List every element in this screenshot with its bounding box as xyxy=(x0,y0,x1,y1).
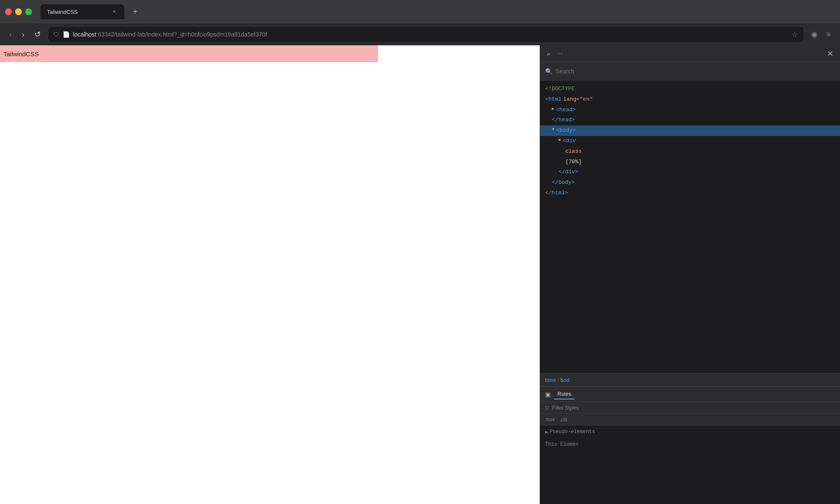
body-expand-arrow[interactable]: ▼ xyxy=(552,126,554,133)
class-value-70: [70%] xyxy=(565,158,582,167)
menu-button[interactable]: ≡ xyxy=(824,29,833,41)
active-tab[interactable]: TailwindCSS × xyxy=(40,4,124,19)
nav-bar: ‹ › ↺ 🛡 📄 localhost:63342/tailwind-lab/i… xyxy=(0,24,840,45)
page-pink-bar: TailwindCSS xyxy=(0,45,378,62)
dom-line-70: [70%] xyxy=(540,157,840,167)
dom-line-div[interactable]: ▶ <div xyxy=(540,136,840,146)
page-content: TailwindCSS xyxy=(0,45,540,504)
devtools-search-bar: 🔍 xyxy=(540,62,840,81)
rules-tab[interactable]: Rules xyxy=(554,389,575,400)
filter-icon: ▽ xyxy=(545,405,549,411)
bookmark-button[interactable]: ☆ xyxy=(791,30,798,39)
breadcrumb-html[interactable]: html xyxy=(545,377,556,383)
body-tag: <body> xyxy=(556,126,576,135)
back-button[interactable]: ‹ xyxy=(7,29,14,41)
forward-icon: › xyxy=(22,30,24,39)
search-icon: 🔍 xyxy=(545,68,552,75)
browser-chrome: TailwindCSS × + ‹ › ↺ 🛡 📄 localhost:6334… xyxy=(0,0,840,45)
dom-line-body[interactable]: ▼ <body> xyxy=(540,125,840,136)
page-title: TailwindCSS xyxy=(3,50,39,57)
reload-icon: ↺ xyxy=(34,30,41,39)
minimize-button[interactable] xyxy=(15,8,22,15)
expand-icon: » xyxy=(547,50,550,57)
tab-title: TailwindCSS xyxy=(47,9,78,15)
devtools-styles: ▣ Rules ▽ Filter Styles :hov .cls ▶ Pseu… xyxy=(540,386,840,504)
styles-pseudo-bar: :hov .cls xyxy=(540,414,840,426)
search-input[interactable] xyxy=(556,68,835,75)
head-close-tag: </head> xyxy=(552,116,575,125)
breadcrumb-body[interactable]: bod xyxy=(560,377,570,383)
pseudo-expand-arrow: ▶ xyxy=(545,429,548,435)
close-button[interactable] xyxy=(5,8,12,15)
new-tab-button[interactable]: + xyxy=(129,5,141,18)
dom-line-doctype: <!DOCTYPE xyxy=(540,84,840,94)
reload-button[interactable]: ↺ xyxy=(32,28,43,41)
address-path: :63342/tailwind-lab/index.html?_ijt=h0nf… xyxy=(96,31,267,38)
address-host: localhost xyxy=(73,31,96,38)
forward-button[interactable]: › xyxy=(19,29,27,41)
address-text: localhost:63342/tailwind-lab/index.html?… xyxy=(73,31,788,38)
head-tag: <head> xyxy=(556,106,576,115)
html-close-tag: </html> xyxy=(545,189,568,198)
lang-value: "en" xyxy=(580,95,593,104)
pseudo-elements-section: ▶ Pseudo-elements xyxy=(540,426,840,438)
maximize-button[interactable] xyxy=(25,8,32,15)
styles-filter-bar: ▽ Filter Styles xyxy=(540,402,840,414)
more-icon: ··· xyxy=(557,50,562,57)
styles-panel-icon: ▣ xyxy=(545,391,551,398)
nav-right-icons: ◉ ≡ xyxy=(808,28,833,41)
devtools-panel: » ··· ✕ 🔍 <!DOCTYPE <html lang="en" xyxy=(540,45,840,504)
dom-line-head[interactable]: ▶ <head> xyxy=(540,105,840,115)
head-expand-arrow[interactable]: ▶ xyxy=(552,106,554,112)
this-element-label: This Elemen xyxy=(545,441,578,447)
html-tag: <html xyxy=(545,95,562,104)
dom-line-div-close: </div> xyxy=(540,167,840,178)
profile-button[interactable]: ◉ xyxy=(808,28,820,41)
content-area: TailwindCSS » ··· ✕ 🔍 <!DOCTYPE xyxy=(0,45,840,504)
traffic-lights xyxy=(5,8,32,15)
back-icon: ‹ xyxy=(9,30,12,39)
devtools-dom: <!DOCTYPE <html lang="en" ▶ <head> </hea… xyxy=(540,81,840,373)
dom-line-head-close: </head> xyxy=(540,115,840,125)
devtools-breadcrumb: html › bod xyxy=(540,373,840,386)
lang-attr: lang= xyxy=(563,95,580,104)
devtools-expand-button[interactable]: » xyxy=(545,49,552,59)
pseudo-elements-header[interactable]: ▶ Pseudo-elements xyxy=(545,429,835,435)
dom-line-html[interactable]: <html lang="en" xyxy=(540,94,840,105)
address-bar[interactable]: 🛡 📄 localhost:63342/tailwind-lab/index.h… xyxy=(48,27,803,42)
dom-line-class: class xyxy=(540,146,840,157)
devtools-more-button[interactable]: ··· xyxy=(555,48,564,59)
doctype-text: <!DOCTYPE xyxy=(545,85,575,94)
cls-pseudo[interactable]: .cls xyxy=(560,417,567,423)
close-icon: ✕ xyxy=(827,50,833,58)
class-attr: class xyxy=(565,147,582,156)
menu-icon: ≡ xyxy=(826,30,831,39)
div-expand-arrow[interactable]: ▶ xyxy=(559,137,561,144)
dom-line-html-close: </html> xyxy=(540,188,840,198)
shield-icon: 🛡 xyxy=(53,31,59,38)
profile-icon: ◉ xyxy=(811,30,818,39)
filter-styles-label[interactable]: Filter Styles xyxy=(552,405,579,411)
lock-icon: 📄 xyxy=(63,31,70,38)
breadcrumb-sep: › xyxy=(557,377,559,382)
pseudo-elements-label: Pseudo-elements xyxy=(550,429,595,435)
div-tag: <div xyxy=(563,137,576,146)
tab-close-button[interactable]: × xyxy=(111,8,118,15)
devtools-styles-toolbar: ▣ Rules xyxy=(540,387,840,402)
devtools-close-button[interactable]: ✕ xyxy=(825,47,835,60)
star-icon: ☆ xyxy=(792,31,798,38)
title-bar: TailwindCSS × + xyxy=(0,0,840,24)
dom-line-body-close: </body> xyxy=(540,178,840,188)
devtools-toolbar: » ··· ✕ xyxy=(540,45,840,62)
hov-pseudo[interactable]: :hov xyxy=(545,417,555,423)
div-close-tag: </div> xyxy=(559,168,578,177)
this-element-section: This Elemen xyxy=(540,438,840,451)
body-close-tag: </body> xyxy=(552,178,575,187)
tab-bar: TailwindCSS × xyxy=(40,4,124,19)
